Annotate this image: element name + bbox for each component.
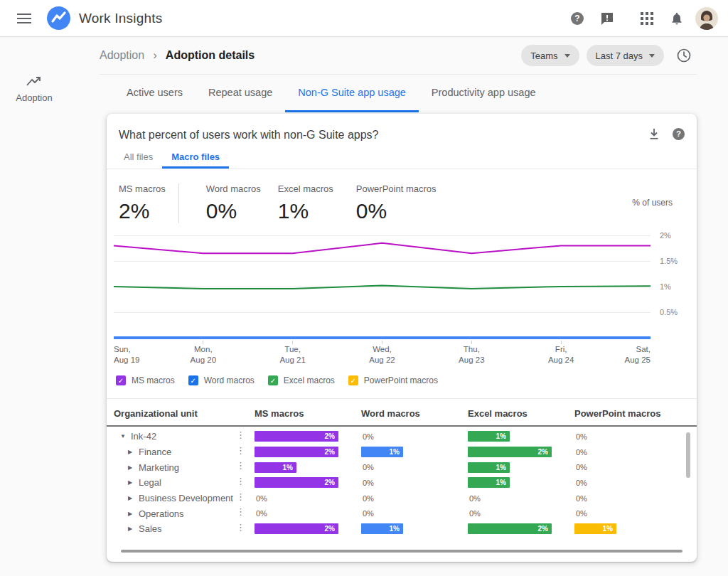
x-tick-label: Aug 21 bbox=[279, 356, 305, 364]
expand-arrow-icon[interactable]: ▶ bbox=[128, 449, 136, 455]
expand-arrow-icon[interactable]: ▶ bbox=[128, 495, 136, 501]
stat-value: 1% bbox=[278, 199, 333, 223]
checkbox-checked-icon[interactable]: ✓ bbox=[116, 375, 126, 385]
legend-item-word-macros[interactable]: ✓Word macros bbox=[188, 375, 255, 385]
tab-active-users[interactable]: Active users bbox=[114, 75, 196, 112]
usage-line-chart: 0.5%1%1.5%2%Sun,Aug 19Mon,Aug 20Tue,Aug … bbox=[107, 221, 697, 367]
help-icon[interactable]: ? bbox=[672, 127, 685, 144]
stat-powerpoint-macros: PowerPoint macros0% bbox=[356, 183, 437, 223]
row-menu-icon[interactable]: ⋮ bbox=[236, 506, 245, 517]
stat-value: 2% bbox=[119, 199, 166, 223]
left-sidebar: Adoption bbox=[0, 37, 68, 576]
table-row: ▶Marketing⋮1%0%1%0% bbox=[107, 459, 697, 475]
teams-filter-label: Teams bbox=[530, 50, 557, 61]
x-tick-label: Aug 22 bbox=[369, 356, 395, 364]
x-tick-label: Mon, bbox=[194, 345, 213, 353]
row-menu-icon[interactable]: ⋮ bbox=[236, 491, 245, 502]
collapse-arrow-icon[interactable]: ▼ bbox=[120, 433, 128, 439]
org-unit-table: ▼Ink-42⋮2%0%1%0%▶Finance⋮2%1%2%0%▶Market… bbox=[107, 427, 697, 537]
checkbox-checked-icon[interactable]: ✓ bbox=[268, 375, 278, 385]
stat-value: 0% bbox=[206, 199, 261, 223]
row-menu-icon[interactable]: ⋮ bbox=[236, 476, 245, 486]
horizontal-scrollbar[interactable] bbox=[121, 550, 682, 553]
apps-grid-icon[interactable] bbox=[634, 6, 660, 31]
tab-productivity-app-usage[interactable]: Productivity app usage bbox=[419, 75, 549, 112]
history-clock-icon[interactable] bbox=[671, 43, 697, 68]
row-menu-icon[interactable]: ⋮ bbox=[236, 460, 245, 471]
row-menu-icon[interactable]: ⋮ bbox=[236, 445, 245, 456]
org-unit-cell: ▶Legal⋮ bbox=[114, 475, 255, 491]
legend-item-powerpoint-macros[interactable]: ✓PowerPoint macros bbox=[348, 375, 438, 385]
chart-legend: ✓MS macros✓Word macros✓Excel macros✓Powe… bbox=[107, 373, 697, 388]
checkbox-checked-icon[interactable]: ✓ bbox=[188, 375, 198, 385]
zero-value: 0% bbox=[361, 494, 374, 503]
value-bar: 1% bbox=[468, 431, 510, 442]
org-unit-cell: ▶Operations⋮ bbox=[114, 506, 255, 521]
vertical-scrollbar[interactable] bbox=[686, 432, 690, 478]
row-menu-icon[interactable]: ⋮ bbox=[236, 522, 245, 533]
row-menu-icon[interactable]: ⋮ bbox=[236, 430, 245, 440]
subtab-all-files[interactable]: All files bbox=[114, 151, 162, 169]
expand-arrow-icon[interactable]: ▶ bbox=[128, 464, 136, 471]
card-header: What percent of users work with non-G Su… bbox=[107, 114, 697, 145]
teams-filter-dropdown[interactable]: Teams bbox=[521, 45, 579, 66]
tab-repeat-usage[interactable]: Repeat usage bbox=[196, 75, 285, 112]
checkbox-checked-icon[interactable]: ✓ bbox=[348, 375, 358, 385]
chevron-down-icon bbox=[564, 54, 570, 58]
zero-value: 0% bbox=[574, 509, 587, 518]
org-unit-name: Ink-42 bbox=[131, 431, 156, 442]
appbar-actions: ? bbox=[564, 6, 719, 31]
org-unit-name: Operations bbox=[139, 508, 184, 519]
expand-arrow-icon[interactable]: ▶ bbox=[128, 511, 136, 517]
date-range-dropdown[interactable]: Last 7 days bbox=[587, 45, 665, 66]
org-unit-cell: ▼Ink-42⋮ bbox=[114, 429, 255, 444]
value-cell-powerpoint-macros: 0% bbox=[574, 432, 681, 441]
value-bar: 1% bbox=[468, 462, 510, 473]
org-unit-cell: ▶Finance⋮ bbox=[114, 444, 255, 460]
zero-value: 0% bbox=[468, 509, 481, 518]
value-cell-powerpoint-macros: 0% bbox=[574, 509, 681, 518]
column-header-excel-macros: Excel macros bbox=[468, 408, 574, 419]
feedback-icon[interactable] bbox=[594, 6, 620, 31]
svg-text:?: ? bbox=[574, 14, 579, 23]
tab-non-g-suite-app-usage[interactable]: Non-G Suite app usage bbox=[285, 75, 419, 112]
value-bar: 2% bbox=[468, 523, 552, 534]
value-cell-powerpoint-macros: 1% bbox=[574, 523, 681, 534]
breadcrumb-parent[interactable]: Adoption bbox=[100, 49, 144, 62]
value-cell-excel-macros: 0% bbox=[468, 494, 574, 503]
value-cell-excel-macros: 0% bbox=[468, 509, 574, 518]
zero-value: 0% bbox=[255, 509, 267, 518]
x-tick-label: Aug 24 bbox=[548, 356, 574, 364]
value-cell-ms-macros: 0% bbox=[255, 509, 361, 518]
series-line-excel-macros bbox=[114, 286, 651, 289]
x-tick-label: Aug 23 bbox=[459, 356, 484, 364]
x-tick-label: Sun, bbox=[114, 345, 131, 353]
stat-label: MS macros bbox=[119, 183, 166, 194]
subtab-macro-files[interactable]: Macro files bbox=[162, 151, 229, 169]
stat-excel-macros: Excel macros1% bbox=[278, 183, 333, 223]
value-cell-ms-macros: 0% bbox=[255, 494, 361, 503]
value-bar: 1% bbox=[361, 447, 403, 457]
value-cell-powerpoint-macros: 0% bbox=[574, 463, 681, 471]
value-cell-word-macros: 1% bbox=[361, 447, 468, 457]
legend-item-excel-macros[interactable]: ✓Excel macros bbox=[268, 375, 335, 385]
zero-value: 0% bbox=[574, 463, 587, 471]
summary-stats: MS macros2%Word macros0%Excel macros1%Po… bbox=[107, 169, 697, 221]
expand-arrow-icon[interactable]: ▶ bbox=[128, 479, 136, 486]
value-bar: 2% bbox=[255, 523, 338, 534]
menu-icon[interactable] bbox=[11, 6, 37, 31]
download-icon[interactable] bbox=[647, 127, 661, 144]
sidebar-item-adoption[interactable]: Adoption bbox=[0, 75, 68, 103]
legend-item-ms-macros[interactable]: ✓MS macros bbox=[116, 375, 175, 385]
bell-icon[interactable] bbox=[664, 6, 690, 31]
chevron-down-icon bbox=[649, 54, 655, 58]
x-tick-label: Sat, bbox=[636, 345, 651, 353]
avatar[interactable] bbox=[694, 6, 719, 31]
zero-value: 0% bbox=[574, 479, 587, 487]
help-icon[interactable]: ? bbox=[564, 6, 590, 31]
value-bar: 1% bbox=[468, 477, 510, 488]
value-bar: 2% bbox=[255, 477, 338, 488]
value-cell-excel-macros: 1% bbox=[468, 431, 574, 442]
value-cell-ms-macros: 2% bbox=[255, 477, 361, 488]
expand-arrow-icon[interactable]: ▶ bbox=[128, 526, 136, 532]
